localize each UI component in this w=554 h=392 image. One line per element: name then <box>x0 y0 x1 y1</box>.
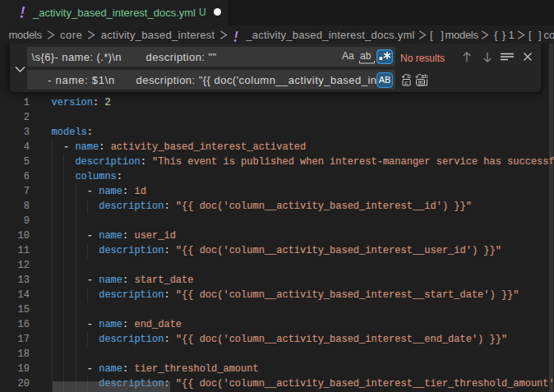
svg-text:c: c <box>404 78 408 85</box>
svg-text:ac: ac <box>418 78 424 85</box>
svg-text:b: b <box>407 72 410 80</box>
